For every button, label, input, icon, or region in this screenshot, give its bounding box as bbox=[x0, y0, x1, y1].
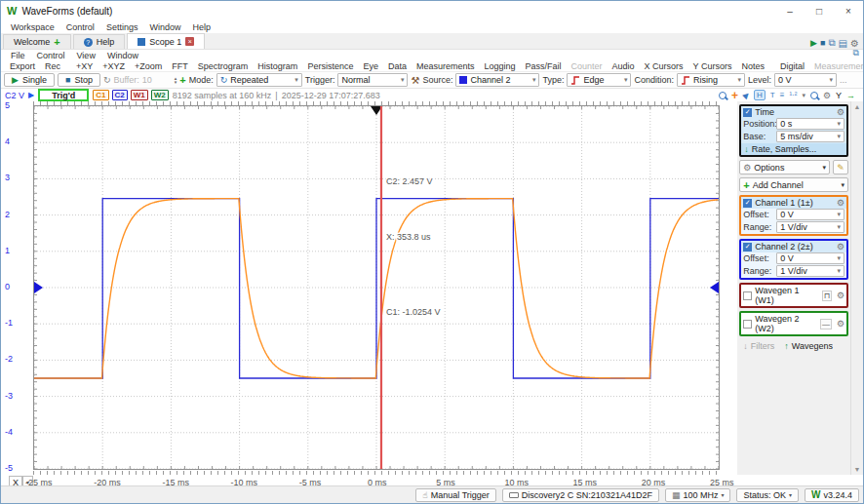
wavegen1-shape-icon[interactable]: ⊓ bbox=[822, 291, 832, 301]
device-button[interactable]: Discovery2 C SN:210321A41D2F bbox=[502, 488, 659, 502]
channel1-range-select[interactable]: 1 V/div ▾ bbox=[776, 221, 844, 233]
tab-welcome[interactable]: Welcome + bbox=[3, 34, 71, 49]
status-ok-button[interactable]: Status: OK ▾ bbox=[736, 488, 799, 502]
trigger-select[interactable]: Normal ▾ bbox=[337, 73, 408, 87]
channel1-checkbox[interactable]: ✓ bbox=[743, 199, 752, 208]
expand-right-icon[interactable]: → bbox=[846, 91, 855, 100]
sidebar-scrollbar[interactable]: ▲ ▼ bbox=[850, 101, 863, 475]
clock-button[interactable]: ▦ 100 MHz ▾ bbox=[665, 488, 731, 502]
single-button[interactable]: ▶ Single bbox=[4, 73, 55, 87]
view--zoom[interactable]: +Zoom bbox=[130, 61, 167, 71]
channel1-gear-icon[interactable]: ⚙ bbox=[837, 198, 844, 208]
scroll-up-icon[interactable]: ▲ bbox=[854, 103, 861, 110]
horizontal-lines-icon[interactable]: ≡ bbox=[780, 91, 785, 99]
oscilloscope-plot[interactable]: C2: 2.457 VX: 353.8 usC1: -1.0254 V bbox=[33, 105, 720, 470]
view-pass-fail[interactable]: Pass/Fail bbox=[521, 61, 567, 71]
menu-control[interactable]: Control bbox=[60, 22, 100, 32]
channel2-offset-select[interactable]: 0 V ▾ bbox=[776, 252, 844, 264]
zoom-icon[interactable] bbox=[719, 92, 727, 99]
plot-settings-gear-icon[interactable]: ⚙ bbox=[823, 91, 831, 100]
level-select[interactable]: 0 V ▾ bbox=[774, 73, 837, 87]
options-button[interactable]: ⚙ Options ▾ bbox=[739, 160, 830, 174]
view-fft[interactable]: FFT bbox=[167, 61, 193, 71]
tile-windows-icon[interactable]: ▤ bbox=[839, 38, 847, 49]
mode-select[interactable]: ↻ Repeated ▾ bbox=[216, 73, 302, 87]
wavegen1-checkbox[interactable] bbox=[743, 291, 752, 300]
view-measurements[interactable]: Measurements bbox=[412, 61, 480, 71]
channel-chip-w2[interactable]: W2 bbox=[151, 90, 169, 100]
stop-all-icon[interactable]: ■ bbox=[820, 38, 825, 48]
more-options-button[interactable]: ... bbox=[840, 75, 847, 85]
view-notes[interactable]: Notes bbox=[736, 61, 769, 71]
cursor-numbers-icon[interactable]: ¹·² bbox=[789, 91, 797, 99]
scope-menu-window[interactable]: Window bbox=[101, 51, 144, 60]
scope-menu-file[interactable]: File bbox=[5, 51, 31, 60]
type-select[interactable]: Edge ▾ bbox=[567, 73, 631, 87]
buffer-spinner[interactable]: ▴ ▾ bbox=[175, 76, 177, 84]
scope-menu-view[interactable]: View bbox=[71, 51, 101, 60]
wavegen1-gear-icon[interactable]: ⚙ bbox=[837, 291, 844, 300]
scroll-down-icon[interactable]: ▼ bbox=[854, 466, 861, 473]
zoom-in-icon[interactable] bbox=[810, 92, 818, 99]
add-channel-button[interactable]: + Add Channel ▾ bbox=[739, 177, 848, 192]
edit-button[interactable]: ✎ bbox=[833, 160, 848, 174]
minimize-button[interactable]: – bbox=[775, 1, 805, 20]
view-persistence[interactable]: Persistence bbox=[302, 61, 358, 71]
view-histogram[interactable]: Histogram bbox=[253, 61, 302, 71]
maximize-button[interactable]: □ bbox=[805, 1, 834, 20]
condition-select[interactable]: Rising ▾ bbox=[677, 73, 745, 87]
wavegen2-gear-icon[interactable]: ⚙ bbox=[837, 319, 844, 329]
wavegens-button[interactable]: ↑ Wavegens bbox=[784, 341, 833, 351]
time-checkbox[interactable]: ✓ bbox=[743, 108, 752, 117]
pointer-tool-icon[interactable]: ▶ bbox=[741, 90, 752, 100]
menu-window[interactable]: Window bbox=[143, 22, 186, 32]
stop-button[interactable]: ■ Stop bbox=[58, 73, 100, 87]
channel2-checkbox[interactable]: ✓ bbox=[743, 243, 752, 252]
y-axis-tool[interactable]: Y bbox=[836, 91, 842, 100]
view--xyz[interactable]: +XYZ bbox=[98, 61, 130, 71]
wavegen2-checkbox[interactable] bbox=[743, 320, 752, 329]
view-x-cursors[interactable]: X Cursors bbox=[640, 61, 688, 71]
channel-chip-c1[interactable]: C1 bbox=[93, 90, 108, 100]
menu-workspace[interactable]: Workspace bbox=[5, 22, 60, 32]
channel1-offset-select[interactable]: 0 V ▾ bbox=[776, 209, 844, 220]
view-logging[interactable]: Logging bbox=[479, 61, 520, 71]
view-rec[interactable]: Rec bbox=[40, 61, 65, 71]
view-measurements[interactable]: Measurements bbox=[809, 61, 864, 71]
channel2-gear-icon[interactable]: ⚙ bbox=[837, 242, 844, 252]
source-select[interactable]: Channel 2 ▾ bbox=[455, 73, 539, 87]
position-select[interactable]: 0 s ▾ bbox=[776, 118, 844, 130]
add-workspace-icon[interactable]: + bbox=[54, 36, 59, 48]
add-mode-icon[interactable]: + bbox=[179, 74, 185, 86]
view-data[interactable]: Data bbox=[383, 61, 412, 71]
view-audio[interactable]: Audio bbox=[608, 61, 640, 71]
restore-window-icon[interactable]: ⧉ bbox=[853, 48, 859, 58]
version-button[interactable]: W v3.24.4 bbox=[805, 488, 859, 502]
settings-gear-icon[interactable]: ⚙ bbox=[850, 38, 859, 49]
rate-samples-link[interactable]: ↓ Rate, Samples... bbox=[741, 143, 846, 155]
view-export[interactable]: Export bbox=[5, 61, 40, 71]
vertical-cursor-icon[interactable]: T bbox=[770, 91, 775, 99]
time-gear-icon[interactable]: ⚙ bbox=[837, 107, 844, 117]
tab-help[interactable]: ? Help bbox=[73, 34, 126, 49]
channel2-range-select[interactable]: 1 V/div ▾ bbox=[776, 265, 844, 277]
y-axis-channel-select[interactable]: C2 V bbox=[5, 91, 24, 100]
fit-horizontal-button[interactable]: H bbox=[754, 90, 766, 100]
cascade-windows-icon[interactable]: ⧉ bbox=[828, 37, 835, 49]
add-cursor-icon[interactable]: + bbox=[731, 89, 738, 102]
scope-menu-control[interactable]: Control bbox=[31, 51, 71, 60]
view-y-cursors[interactable]: Y Cursors bbox=[688, 61, 737, 71]
view-counter[interactable]: Counter bbox=[567, 61, 608, 71]
spinner-down-icon[interactable]: ▾ bbox=[175, 80, 177, 84]
view--xy[interactable]: +XY bbox=[71, 61, 98, 71]
chevron-down-icon[interactable]: ▾ bbox=[802, 92, 805, 99]
manual-trigger-button[interactable]: ☝ Manual Trigger bbox=[415, 488, 496, 502]
menu-help[interactable]: Help bbox=[186, 22, 216, 32]
view-eye[interactable]: Eye bbox=[358, 61, 383, 71]
base-select[interactable]: 5 ms/div ▾ bbox=[776, 131, 844, 142]
trigger-settings-icon[interactable]: ⚒ bbox=[411, 75, 419, 86]
filters-button[interactable]: ↓ Filters bbox=[743, 341, 774, 351]
tab-scope1[interactable]: Scope 1 × bbox=[127, 33, 205, 49]
channel-chip-w1[interactable]: W1 bbox=[131, 90, 148, 100]
tab-close-icon[interactable]: × bbox=[185, 37, 194, 46]
